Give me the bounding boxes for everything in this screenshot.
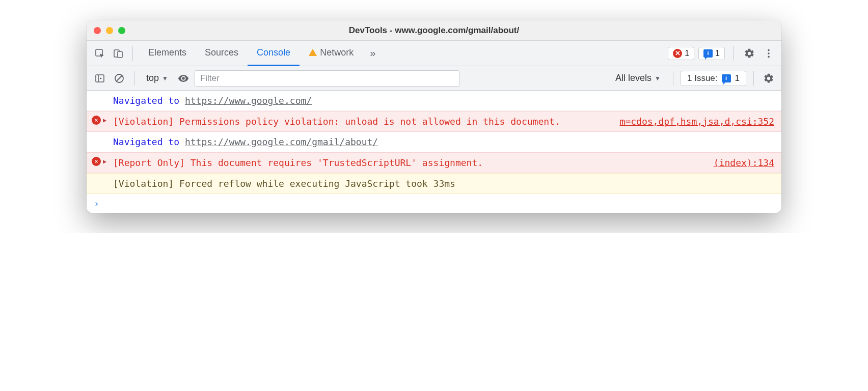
devtools-window: DevTools - www.google.com/gmail/about/ E… (87, 20, 781, 213)
console-output: Navigated to https://www.google.com/ ✕ ▶… (87, 91, 781, 213)
log-row-warning: [Violation] Forced reflow while executin… (87, 173, 781, 194)
svg-point-5 (768, 55, 770, 58)
tab-elements[interactable]: Elements (139, 41, 196, 66)
tab-network[interactable]: Network (300, 41, 363, 66)
log-message: [Report Only] This document requires 'Tr… (113, 156, 703, 170)
error-icon: ✕ (673, 49, 682, 58)
separator (134, 71, 135, 86)
nav-url[interactable]: https://www.google.com/gmail/about/ (185, 136, 378, 147)
kebab-icon[interactable] (761, 46, 776, 61)
separator (753, 71, 754, 86)
message-count: 1 (715, 49, 720, 58)
tab-label: Sources (205, 47, 238, 58)
device-toggle-icon[interactable] (110, 45, 126, 62)
log-source-link[interactable]: (index):134 (714, 156, 774, 170)
error-count: 1 (685, 49, 689, 58)
separator (733, 46, 734, 61)
sidebar-toggle-icon[interactable] (92, 70, 108, 87)
gear-icon[interactable] (742, 46, 757, 61)
svg-point-4 (768, 52, 770, 54)
maximize-icon[interactable] (118, 27, 125, 34)
svg-rect-2 (118, 51, 122, 58)
context-selector[interactable]: top ▼ (142, 71, 172, 86)
log-message: [Violation] Forced reflow while executin… (113, 177, 774, 190)
tab-sources[interactable]: Sources (196, 41, 248, 66)
more-tabs-icon[interactable]: » (363, 47, 383, 59)
context-label: top (146, 73, 159, 83)
nav-label: Navigated to (113, 136, 185, 147)
log-message: Navigated to https://www.google.com/gmai… (113, 135, 774, 149)
right-tools: ✕ 1 i 1 (668, 46, 776, 61)
issue-label: 1 Issue: (687, 73, 718, 83)
filter-input[interactable] (195, 70, 459, 87)
chevron-down-icon: ▼ (162, 75, 168, 82)
nav-label: Navigated to (113, 95, 185, 106)
warning-icon (309, 49, 317, 56)
issues-button[interactable]: 1 Issue: i 1 (681, 71, 746, 86)
log-message: Navigated to https://www.google.com/ (113, 94, 774, 107)
error-icon: ✕ (92, 157, 101, 166)
inspect-icon[interactable] (92, 45, 108, 62)
eye-icon[interactable] (175, 70, 192, 87)
clear-console-icon[interactable] (111, 70, 127, 87)
tab-label: Elements (148, 47, 186, 58)
svg-point-3 (768, 49, 770, 51)
svg-line-8 (116, 75, 122, 81)
levels-label: All levels (615, 73, 652, 83)
log-row-navigation: Navigated to https://www.google.com/gmai… (87, 132, 781, 152)
prompt-icon: › (94, 198, 99, 209)
error-count-badge[interactable]: ✕ 1 (668, 47, 694, 60)
issue-count: 1 (735, 73, 740, 83)
console-prompt[interactable]: › (87, 194, 781, 213)
separator (132, 46, 133, 61)
message-count-badge[interactable]: i 1 (698, 47, 725, 60)
log-row-navigation: Navigated to https://www.google.com/ (87, 91, 781, 111)
nav-url[interactable]: https://www.google.com/ (185, 95, 312, 106)
close-icon[interactable] (94, 27, 101, 34)
tab-console[interactable]: Console (248, 41, 300, 66)
tab-label: Network (320, 47, 354, 58)
expand-icon[interactable]: ▶ (103, 116, 106, 125)
error-icon: ✕ (92, 116, 101, 125)
console-toolbar: top ▼ All levels ▼ 1 Issue: i 1 (87, 66, 781, 91)
window-title: DevTools - www.google.com/gmail/about/ (87, 25, 781, 36)
log-source-link[interactable]: m=cdos,dpf,hsm,jsa,d,csi:352 (620, 115, 774, 128)
tabs: Elements Sources Console Network » (139, 41, 666, 66)
expand-icon[interactable]: ▶ (103, 157, 106, 166)
message-icon: i (703, 49, 713, 58)
tab-label: Console (257, 47, 290, 58)
main-tabs-bar: Elements Sources Console Network » ✕ 1 i… (87, 41, 781, 66)
titlebar: DevTools - www.google.com/gmail/about/ (87, 20, 781, 41)
log-levels-selector[interactable]: All levels ▼ (610, 71, 666, 86)
gear-icon[interactable] (761, 71, 776, 86)
log-row-error: ✕ ▶ [Report Only] This document requires… (87, 152, 781, 173)
minimize-icon[interactable] (106, 27, 113, 34)
log-row-error: ✕ ▶ [Violation] Permissions policy viola… (87, 111, 781, 132)
log-message: [Violation] Permissions policy violation… (113, 115, 610, 128)
message-icon: i (722, 74, 731, 82)
chevron-down-icon: ▼ (655, 75, 661, 82)
traffic-lights (94, 27, 125, 34)
separator (673, 71, 673, 86)
